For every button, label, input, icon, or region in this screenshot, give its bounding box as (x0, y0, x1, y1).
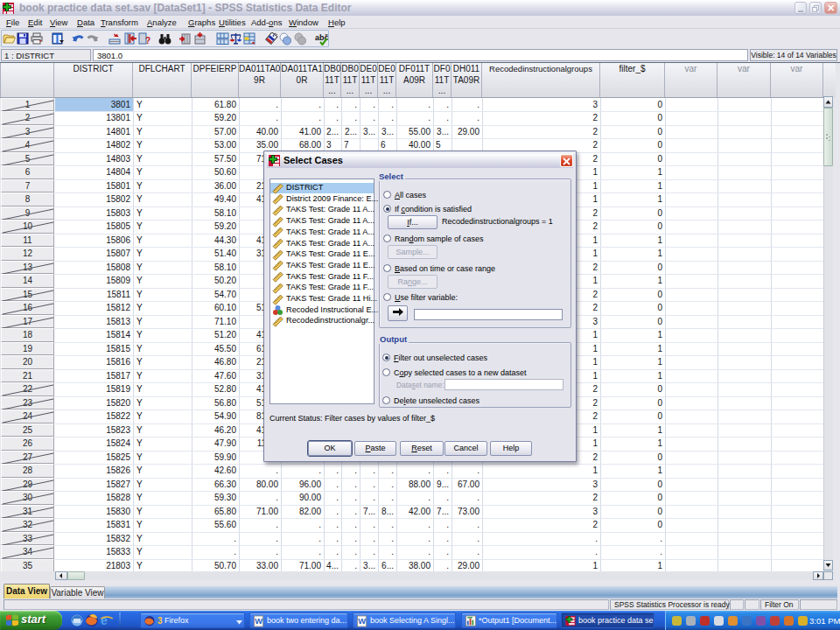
svg-text:W: W (358, 617, 366, 626)
svg-text:W: W (255, 617, 262, 626)
svg-text:?: ? (145, 36, 150, 46)
svg-text:e: e (101, 613, 108, 627)
